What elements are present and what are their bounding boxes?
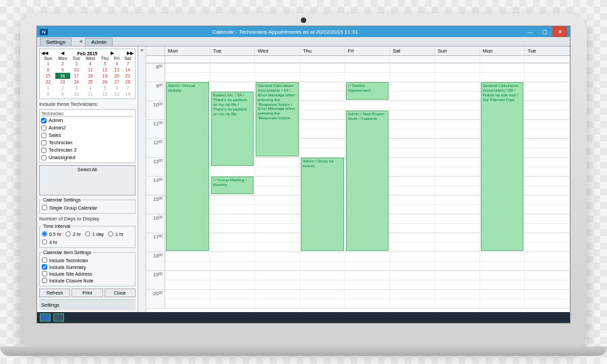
calendar-event[interactable]: General Calculators Accountants / 59 / F…: [481, 82, 524, 251]
mini-cal-day[interactable]: 10: [70, 91, 83, 97]
mini-cal-day[interactable]: 1: [41, 85, 55, 91]
mini-cal-day[interactable]: 2: [55, 85, 70, 91]
admin-tab[interactable]: Admin: [85, 38, 113, 46]
single-group-checkbox[interactable]: Single Group Calendar: [42, 204, 133, 211]
technicians-list[interactable]: Technician AdminAdmin2SalesTechnicianTec…: [39, 109, 136, 163]
mini-cal-day[interactable]: 16: [55, 73, 70, 79]
mini-cal-day[interactable]: 14: [122, 91, 134, 97]
allday-cell[interactable]: [255, 56, 300, 63]
technician-checkbox[interactable]: Technician 2: [41, 146, 134, 154]
mini-calendar[interactable]: ◀◀ ◀ Feb 2015 ▶ ▶▶ SunMonTueWedThuFriSat…: [39, 49, 136, 99]
calendar-event[interactable]: Admin / Annual Holiday: [166, 82, 209, 251]
day-column[interactable]: [525, 63, 570, 309]
mini-cal-day[interactable]: 7: [122, 61, 134, 67]
collapse-icon[interactable]: «: [77, 38, 85, 44]
item-setting-checkbox[interactable]: Include Summary: [42, 264, 133, 270]
mini-cal-day[interactable]: 23: [55, 79, 70, 85]
calendar-event[interactable]: Admin / New Project Work - Overtime: [346, 111, 389, 251]
mini-cal-day[interactable]: 12: [98, 91, 111, 97]
item-setting-checkbox[interactable]: Include Closure Note: [42, 277, 133, 284]
mini-cal-day[interactable]: 15: [41, 73, 55, 79]
mini-cal-day[interactable]: 11: [83, 91, 98, 97]
technician-checkbox[interactable]: Unassigned: [41, 154, 134, 161]
mini-cal-day[interactable]: 8: [41, 91, 55, 97]
select-all-button[interactable]: Select All: [39, 165, 136, 195]
taskbar[interactable]: [37, 312, 570, 323]
taskbar-app-icon[interactable]: [53, 313, 64, 322]
day-column[interactable]: Admin / Annual Holiday: [165, 63, 210, 309]
mini-cal-day[interactable]: 25: [83, 79, 98, 85]
start-button[interactable]: [40, 313, 51, 322]
technician-checkbox[interactable]: Technician: [41, 139, 134, 146]
settings-footer-label[interactable]: Settings: [39, 299, 136, 310]
mini-cal-day[interactable]: 26: [98, 79, 111, 85]
allday-cell[interactable]: [210, 56, 256, 63]
allday-cell[interactable]: [480, 56, 525, 63]
mini-cal-day[interactable]: 9: [55, 67, 70, 73]
close-button[interactable]: Close: [105, 289, 136, 297]
day-column[interactable]: [390, 63, 435, 309]
mini-cal-day[interactable]: 5: [98, 61, 111, 67]
cal-first-icon[interactable]: ◀◀: [41, 51, 48, 56]
mini-cal-day[interactable]: 6: [111, 61, 122, 67]
expand-days-icon[interactable]: »: [138, 47, 146, 54]
print-button[interactable]: Print: [71, 289, 103, 297]
time-interval-radio[interactable]: 1 day: [85, 231, 104, 237]
day-column[interactable]: Bowers Inc. / 54 / There's no padlock on…: [210, 63, 256, 309]
calendar-event[interactable]: / / Group Meeting - Monthly: [211, 177, 254, 194]
window-close-button[interactable]: ✕: [552, 26, 567, 37]
settings-tab[interactable]: Settings: [40, 38, 71, 46]
mini-cal-day[interactable]: 5: [98, 85, 111, 91]
time-interval-radio[interactable]: 2 hr: [65, 231, 81, 237]
mini-cal-day[interactable]: 4: [83, 61, 98, 67]
mini-cal-day[interactable]: 18: [83, 73, 98, 79]
day-column[interactable]: General Calculators Accountants / 43 / E…: [255, 63, 300, 309]
mini-cal-day[interactable]: 10: [70, 67, 83, 73]
mini-cal-day[interactable]: 4: [83, 85, 98, 91]
mini-cal-day[interactable]: 2: [55, 61, 70, 67]
calendar-event[interactable]: / / Dentist Appointment: [346, 82, 389, 100]
mini-cal-day[interactable]: 14: [122, 67, 134, 73]
technician-checkbox[interactable]: Admin: [41, 117, 134, 124]
cal-last-icon[interactable]: ▶▶: [127, 51, 134, 56]
calendar-view[interactable]: MonTueWedThuFriSatSunMonTue 800900100011…: [146, 47, 570, 312]
calendar-event[interactable]: General Calculators Accountants / 43 / E…: [256, 82, 299, 156]
mini-cal-day[interactable]: 1: [41, 61, 55, 67]
mini-cal-day[interactable]: 8: [41, 67, 55, 73]
mini-cal-day[interactable]: 12: [98, 67, 111, 73]
day-column[interactable]: General Calculators Accountants / 59 / F…: [480, 63, 525, 309]
mini-cal-day[interactable]: 7: [122, 85, 134, 91]
technician-checkbox[interactable]: Admin2: [41, 124, 134, 131]
day-column[interactable]: / / Dentist AppointmentAdmin / New Proje…: [345, 63, 391, 309]
item-setting-checkbox[interactable]: Include Site Address: [42, 270, 133, 277]
mini-cal-day[interactable]: 21: [122, 73, 134, 79]
mini-cal-day[interactable]: 19: [98, 73, 111, 79]
mini-cal-day[interactable]: 22: [41, 79, 55, 85]
allday-cell[interactable]: [435, 56, 480, 63]
mini-cal-day[interactable]: 13: [111, 67, 122, 73]
calendar-event[interactable]: Bowers Inc. / 54 / There's no padlock on…: [211, 92, 254, 166]
allday-cell[interactable]: [165, 56, 210, 63]
calendar-event[interactable]: Admin / Study for exams: [301, 158, 344, 251]
technician-checkbox[interactable]: Sales: [41, 131, 134, 139]
time-interval-radio[interactable]: 4 hr: [42, 239, 57, 245]
mini-cal-day[interactable]: 6: [111, 85, 122, 91]
mini-cal-day[interactable]: 20: [111, 73, 122, 79]
allday-cell[interactable]: [345, 56, 391, 63]
window-minimize-button[interactable]: —: [523, 26, 538, 37]
mini-cal-day[interactable]: 11: [83, 67, 98, 73]
mini-cal-day[interactable]: 28: [122, 79, 134, 85]
allday-cell[interactable]: [300, 56, 345, 63]
mini-cal-day[interactable]: 3: [70, 61, 83, 67]
refresh-button[interactable]: Refresh: [39, 289, 70, 297]
mini-cal-day[interactable]: 17: [70, 73, 83, 79]
mini-cal-day[interactable]: 9: [55, 91, 70, 97]
day-column[interactable]: Admin / Study for exams: [300, 63, 345, 309]
item-setting-checkbox[interactable]: Include Technician: [42, 257, 133, 264]
mini-cal-day[interactable]: 27: [111, 79, 122, 85]
cal-next-icon[interactable]: ▶: [111, 51, 114, 56]
mini-cal-grid[interactable]: SunMonTueWedThuFriSat1234567891011121314…: [41, 56, 134, 97]
allday-cell[interactable]: [390, 56, 435, 63]
mini-cal-day[interactable]: 13: [111, 91, 122, 97]
cal-prev-icon[interactable]: ◀: [61, 51, 64, 56]
